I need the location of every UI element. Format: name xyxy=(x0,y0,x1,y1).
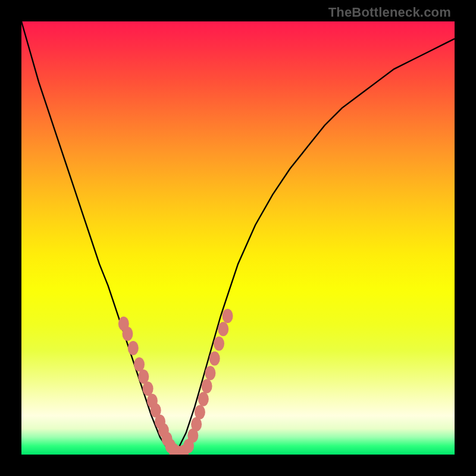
marker-dot xyxy=(205,366,215,380)
chart-frame: TheBottleneck.com xyxy=(0,0,476,476)
marker-dot xyxy=(128,341,139,355)
marker-dot xyxy=(198,392,209,406)
marker-dot xyxy=(202,379,212,393)
marker-dot xyxy=(143,381,154,396)
marker-dot xyxy=(209,351,220,365)
marker-dot xyxy=(214,337,224,351)
plot-area xyxy=(21,21,455,455)
marker-dot xyxy=(223,309,233,323)
attribution-text: TheBottleneck.com xyxy=(328,5,451,20)
marker-dot xyxy=(195,405,205,419)
bottleneck-curve xyxy=(21,21,455,455)
marker-dot xyxy=(134,358,145,372)
marker-dot xyxy=(122,327,133,341)
marker-dot xyxy=(218,322,228,336)
bottleneck-chart xyxy=(21,21,455,455)
